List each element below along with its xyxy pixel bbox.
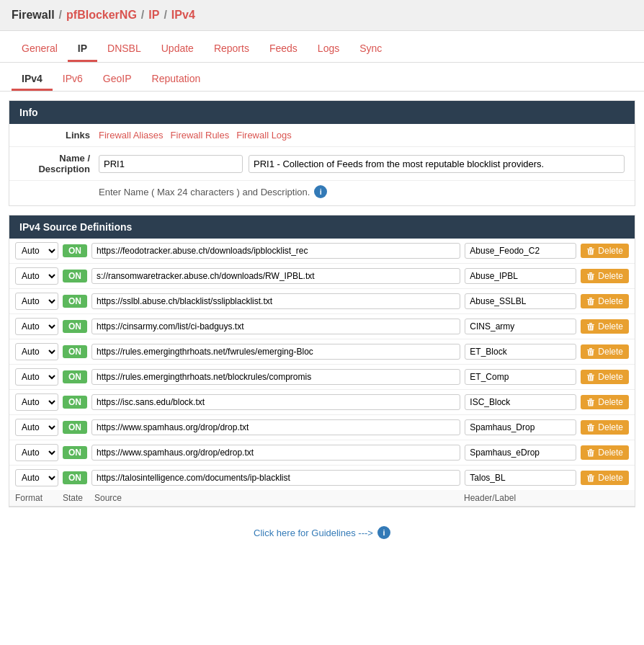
- svg-rect-2: [587, 274, 594, 275]
- name-desc-label: Name / Description: [19, 153, 99, 174]
- source-header: IPv4 Source Definitions: [9, 215, 635, 239]
- format-select-8[interactable]: Auto: [15, 444, 58, 461]
- format-select-7[interactable]: Auto: [15, 419, 58, 436]
- svg-rect-5: [589, 298, 592, 299]
- format-select-9[interactable]: Auto: [15, 469, 58, 486]
- state-badge-2: ON: [63, 295, 87, 308]
- breadcrumb-firewall: Firewall: [12, 9, 55, 22]
- tab-sync[interactable]: Sync: [349, 37, 392, 62]
- tab-reports[interactable]: Reports: [204, 37, 259, 62]
- url-input-5[interactable]: [91, 369, 460, 385]
- main-nav: General IP DNSBL Update Reports Feeds Lo…: [0, 31, 644, 63]
- svg-rect-10: [587, 375, 594, 375]
- firewall-aliases-link[interactable]: Firewall Aliases: [99, 130, 164, 141]
- name-input[interactable]: [99, 155, 243, 173]
- url-input-6[interactable]: [91, 394, 460, 410]
- url-input-3[interactable]: [91, 319, 460, 334]
- tab-update[interactable]: Update: [151, 37, 204, 62]
- format-select-2[interactable]: Auto: [15, 293, 58, 310]
- info-icon[interactable]: i: [314, 185, 327, 198]
- label-input-0[interactable]: [465, 243, 576, 259]
- format-select-5[interactable]: Auto: [15, 368, 58, 386]
- trash-icon-1: [586, 272, 595, 281]
- breadcrumb-pfblockerng[interactable]: pfBlockerNG: [66, 9, 137, 22]
- label-input-8[interactable]: [465, 445, 576, 461]
- state-badge-7: ON: [63, 421, 87, 434]
- delete-btn-9[interactable]: Delete: [581, 471, 629, 485]
- label-input-3[interactable]: [465, 319, 576, 334]
- trash-icon-6: [586, 398, 595, 407]
- url-input-2[interactable]: [91, 293, 460, 309]
- firewall-rules-link[interactable]: Firewall Rules: [171, 130, 230, 141]
- source-row-7: Auto ON Delete: [9, 415, 635, 440]
- url-input-8[interactable]: [91, 445, 460, 461]
- tab-dnsbl[interactable]: DNSBL: [97, 37, 151, 62]
- tab-feeds[interactable]: Feeds: [259, 37, 308, 62]
- url-input-4[interactable]: [91, 344, 460, 360]
- delete-btn-5[interactable]: Delete: [581, 370, 629, 384]
- delete-btn-2[interactable]: Delete: [581, 294, 629, 308]
- label-input-1[interactable]: [465, 268, 576, 284]
- breadcrumb-ipv4[interactable]: IPv4: [171, 9, 195, 22]
- guidelines-link[interactable]: Click here for Guidelines --->: [254, 528, 373, 538]
- format-select-4[interactable]: Auto: [15, 343, 58, 360]
- links-label: Links: [19, 130, 99, 141]
- url-input-1[interactable]: [91, 268, 460, 284]
- svg-rect-19: [589, 474, 592, 476]
- breadcrumb-ip[interactable]: IP: [148, 9, 159, 22]
- name-desc-inputs: [99, 155, 625, 173]
- svg-rect-16: [587, 450, 594, 451]
- delete-btn-4[interactable]: Delete: [581, 344, 629, 359]
- source-section: IPv4 Source Definitions Auto ON Delete A…: [9, 215, 635, 507]
- label-input-6[interactable]: [465, 394, 576, 410]
- help-row: Enter Name ( Max 24 characters ) and Des…: [9, 181, 635, 205]
- format-select-0[interactable]: Auto: [15, 242, 58, 259]
- guidelines-info-icon[interactable]: i: [377, 526, 390, 539]
- url-input-9[interactable]: [91, 470, 460, 486]
- label-input-2[interactable]: [465, 293, 576, 309]
- label-input-5[interactable]: [465, 369, 576, 385]
- format-select-6[interactable]: Auto: [15, 393, 58, 411]
- format-select-1[interactable]: Auto: [15, 267, 58, 285]
- col-header-label: Header/Label: [464, 493, 576, 503]
- trash-icon-2: [586, 297, 595, 306]
- label-input-7[interactable]: [465, 419, 576, 435]
- trash-icon-9: [586, 473, 595, 483]
- delete-btn-1[interactable]: Delete: [581, 269, 629, 283]
- tab-general[interactable]: General: [12, 37, 68, 62]
- col-format: Format: [15, 493, 58, 503]
- firewall-logs-link[interactable]: Firewall Logs: [236, 130, 292, 141]
- delete-btn-6[interactable]: Delete: [581, 395, 629, 409]
- help-text: Enter Name ( Max 24 characters ) and Des…: [99, 187, 310, 197]
- svg-rect-8: [587, 350, 594, 350]
- delete-btn-8[interactable]: Delete: [581, 445, 629, 460]
- col-state: State: [63, 493, 90, 503]
- subtab-ipv6[interactable]: IPv6: [53, 68, 93, 91]
- delete-btn-0[interactable]: Delete: [581, 244, 629, 258]
- svg-rect-9: [589, 348, 592, 350]
- source-row-1: Auto ON Delete: [9, 264, 635, 289]
- source-row-8: Auto ON Delete: [9, 440, 635, 466]
- subtab-ipv4[interactable]: IPv4: [12, 68, 53, 91]
- desc-input[interactable]: [249, 155, 625, 173]
- state-badge-6: ON: [63, 396, 87, 409]
- delete-btn-3[interactable]: Delete: [581, 319, 629, 334]
- subtab-geoip[interactable]: GeoIP: [93, 68, 142, 91]
- svg-rect-3: [589, 272, 592, 274]
- state-badge-5: ON: [63, 370, 87, 383]
- url-input-7[interactable]: [91, 419, 460, 435]
- source-row-0: Auto ON Delete: [9, 239, 635, 264]
- subtab-reputation[interactable]: Reputation: [142, 68, 211, 91]
- label-input-9[interactable]: [465, 470, 576, 486]
- svg-rect-6: [587, 324, 594, 325]
- format-select-3[interactable]: Auto: [15, 318, 58, 335]
- label-input-4[interactable]: [465, 344, 576, 360]
- tab-ip[interactable]: IP: [68, 37, 97, 62]
- svg-rect-1: [589, 247, 592, 249]
- trash-icon-5: [586, 373, 595, 382]
- delete-btn-7[interactable]: Delete: [581, 420, 629, 435]
- tab-logs[interactable]: Logs: [308, 37, 349, 62]
- info-section: Info Links Firewall Aliases Firewall Rul…: [9, 100, 635, 206]
- svg-rect-17: [589, 449, 592, 450]
- url-input-0[interactable]: [91, 243, 460, 259]
